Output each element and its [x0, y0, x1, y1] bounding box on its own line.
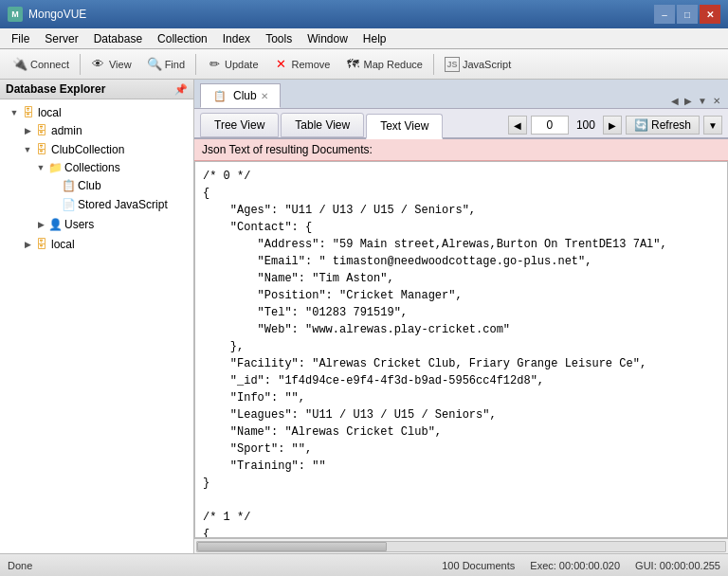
js-icon-stored: 📄 — [61, 197, 76, 212]
expand-clubcollection[interactable]: ▼ — [21, 143, 34, 156]
find-icon: 🔍 — [147, 57, 162, 72]
label-collections-folder: Collections — [64, 161, 120, 174]
tree-row-users[interactable]: ▶ 👤 Users — [0, 216, 193, 233]
tree-row-local-root[interactable]: ▼ 🗄 local — [0, 104, 193, 121]
tree-node-club: 📋 Club — [0, 176, 193, 195]
javascript-icon: JS — [445, 57, 460, 72]
refresh-button[interactable]: 🔄 Refresh — [626, 116, 700, 135]
refresh-label: Refresh — [651, 118, 691, 132]
db-icon-local-root: 🗄 — [21, 105, 36, 120]
map-reduce-button[interactable]: 🗺 Map Reduce — [339, 53, 429, 76]
collection-tab-bar: 📋 Club ✕ ◀ ▶ ▼ ✕ — [194, 80, 728, 109]
view-controls: ◀ 100 ▶ 🔄 Refresh ▼ — [508, 116, 722, 135]
remove-button[interactable]: ✕ Remove — [267, 53, 337, 76]
status-documents: 100 Documents — [442, 560, 515, 571]
view-tabs: Tree View Table View Text View ◀ 100 ▶ 🔄… — [194, 109, 728, 139]
page-current-input[interactable] — [531, 116, 569, 135]
json-header-text: Json Text of resulting Documents: — [202, 143, 373, 156]
label-club: Club — [78, 179, 101, 192]
scroll-thumb[interactable] — [197, 542, 387, 551]
status-text: Done — [8, 560, 442, 571]
db-icon-local-child: 🗄 — [34, 237, 49, 252]
refresh-icon: 🔄 — [634, 118, 648, 132]
app-title: MongoVUE — [28, 8, 654, 21]
label-users: Users — [64, 218, 94, 231]
tree-node-local-root: ▼ 🗄 local ▶ 🗄 admin — [0, 103, 193, 255]
json-content[interactable]: /* 0 */ { "Ages": "U11 / U13 / U15 / Sen… — [194, 161, 728, 538]
tab-nav-left[interactable]: ◀ — [669, 94, 681, 108]
label-local-root: local — [38, 106, 62, 119]
tab-text-view[interactable]: Text View — [366, 114, 443, 139]
tab-controls: ◀ ▶ ▼ ✕ — [669, 94, 722, 108]
app-icon: M — [8, 7, 23, 22]
expand-club — [47, 179, 61, 192]
menu-bar: File Server Database Collection Index To… — [0, 28, 728, 49]
collection-tab-icon: 📋 — [212, 88, 228, 103]
menu-file[interactable]: File — [4, 30, 37, 47]
tab-tree-view[interactable]: Tree View — [200, 113, 279, 137]
tab-menu[interactable]: ▼ — [696, 94, 709, 108]
tree-row-stored-js[interactable]: 📄 Stored JavaScript — [0, 196, 193, 213]
minimize-button[interactable]: – — [654, 5, 675, 24]
tree-node-admin: ▶ 🗄 admin — [0, 121, 193, 140]
toolbar-separator-3 — [433, 54, 434, 75]
pin-icon[interactable]: 📌 — [174, 83, 188, 96]
menu-collection[interactable]: Collection — [150, 30, 215, 47]
tab-close-all[interactable]: ✕ — [711, 94, 722, 108]
horizontal-scrollbar[interactable] — [194, 538, 728, 553]
tree-row-club[interactable]: 📋 Club — [0, 177, 193, 194]
expand-collections-folder[interactable]: ▼ — [34, 161, 47, 174]
tree-row-collections-folder[interactable]: ▼ 📁 Collections — [0, 159, 193, 176]
view-button[interactable]: 👁 View — [84, 53, 138, 76]
tree-row-admin[interactable]: ▶ 🗄 admin — [0, 122, 193, 139]
tree-node-users: ▶ 👤 Users — [0, 215, 193, 234]
scroll-track — [196, 541, 726, 552]
javascript-button[interactable]: JS JavaScript — [438, 53, 518, 76]
tree-node-clubcollection: ▼ 🗄 ClubCollection ▼ 📁 Collections — [0, 140, 193, 235]
find-button[interactable]: 🔍 Find — [140, 53, 191, 76]
tree-node-stored-js: 📄 Stored JavaScript — [0, 195, 193, 214]
expand-local-child[interactable]: ▶ — [21, 238, 34, 251]
expand-stored-js — [47, 198, 61, 211]
menu-database[interactable]: Database — [86, 30, 150, 47]
tree-node-collections-folder: ▼ 📁 Collections 📋 Club — [0, 158, 193, 215]
view-options-button[interactable]: ▼ — [703, 116, 722, 135]
tab-close-button[interactable]: ✕ — [261, 91, 268, 101]
update-button[interactable]: ✏ Update — [200, 53, 264, 76]
tree-row-clubcollection[interactable]: ▼ 🗄 ClubCollection — [0, 141, 193, 158]
expand-admin[interactable]: ▶ — [21, 124, 34, 137]
menu-window[interactable]: Window — [300, 30, 355, 47]
tree-node-local-child: ▶ 🗄 local — [0, 235, 193, 254]
page-next-button[interactable]: ▶ — [603, 116, 622, 135]
menu-help[interactable]: Help — [355, 30, 394, 47]
status-bar: Done 100 Documents Exec: 00:00:00.020 GU… — [0, 553, 728, 576]
menu-tools[interactable]: Tools — [258, 30, 300, 47]
collection-tab-club[interactable]: 📋 Club ✕ — [200, 83, 281, 108]
sidebar-header: Database Explorer 📌 — [0, 80, 193, 99]
close-button[interactable]: ✕ — [700, 5, 720, 24]
sidebar-title: Database Explorer — [6, 82, 105, 96]
main-area: Database Explorer 📌 ▼ 🗄 local ▶ 🗄 — [0, 80, 728, 553]
page-prev-button[interactable]: ◀ — [508, 116, 527, 135]
remove-icon: ✕ — [274, 57, 289, 72]
tab-nav-right[interactable]: ▶ — [682, 94, 694, 108]
menu-index[interactable]: Index — [215, 30, 258, 47]
expand-local-root[interactable]: ▼ — [8, 106, 21, 119]
tree-area: ▼ 🗄 local ▶ 🗄 admin — [0, 99, 193, 553]
folder-icon-collections: 📁 — [47, 160, 63, 175]
toolbar-separator — [80, 54, 81, 75]
collection-icon-club: 📋 — [61, 178, 76, 193]
tree-row-local-child[interactable]: ▶ 🗄 local — [0, 236, 193, 253]
window-controls: – □ ✕ — [654, 5, 720, 24]
label-admin: admin — [51, 124, 82, 137]
status-gui: GUI: 00:00:00.255 — [635, 560, 720, 571]
maximize-button[interactable]: □ — [677, 5, 698, 24]
menu-server[interactable]: Server — [37, 30, 85, 47]
page-total: 100 — [573, 118, 599, 132]
sidebar: Database Explorer 📌 ▼ 🗄 local ▶ 🗄 — [0, 80, 194, 553]
label-stored-js: Stored JavaScript — [78, 198, 168, 211]
user-icon-users: 👤 — [47, 217, 63, 232]
tab-table-view[interactable]: Table View — [281, 113, 364, 137]
connect-button[interactable]: 🔌 Connect — [6, 53, 76, 76]
expand-users[interactable]: ▶ — [34, 218, 47, 231]
